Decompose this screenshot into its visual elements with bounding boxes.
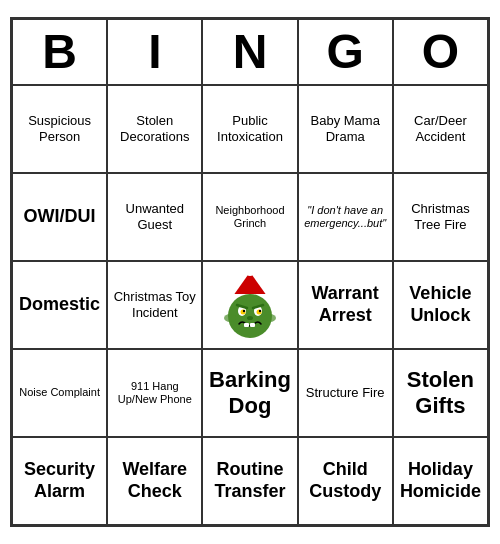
cell-3-5: Vehicle Unlock xyxy=(393,261,488,349)
cell-text: Warrant Arrest xyxy=(303,283,388,326)
cell-text: Baby Mama Drama xyxy=(303,113,388,144)
cell-2-1: OWI/DUI xyxy=(12,173,107,261)
cell-4-5: Stolen Gifts xyxy=(393,349,488,437)
grinch-image xyxy=(213,268,287,342)
bingo-grid: Suspicious Person Stolen Decorations Pub… xyxy=(12,85,488,525)
cell-5-1: Security Alarm xyxy=(12,437,107,525)
cell-text: Christmas Tree Fire xyxy=(398,201,483,232)
cell-4-4: Structure Fire xyxy=(298,349,393,437)
cell-2-2: Unwanted Guest xyxy=(107,173,202,261)
header-i: I xyxy=(107,19,202,85)
header-n: N xyxy=(202,19,297,85)
header-g: G xyxy=(298,19,393,85)
cell-1-2: Stolen Decorations xyxy=(107,85,202,173)
cell-text: 911 Hang Up/New Phone xyxy=(112,380,197,406)
cell-5-5: Holiday Homicide xyxy=(393,437,488,525)
cell-1-4: Baby Mama Drama xyxy=(298,85,393,173)
svg-point-2 xyxy=(246,268,254,276)
cell-text: Public Intoxication xyxy=(207,113,292,144)
cell-text: OWI/DUI xyxy=(24,206,96,228)
svg-point-9 xyxy=(259,310,261,312)
cell-2-3: Neighborhood Grinch xyxy=(202,173,297,261)
cell-text: Welfare Check xyxy=(112,459,197,502)
cell-5-4: Child Custody xyxy=(298,437,393,525)
cell-text: Holiday Homicide xyxy=(398,459,483,502)
cell-text: Child Custody xyxy=(303,459,388,502)
cell-text: Vehicle Unlock xyxy=(398,283,483,326)
cell-3-2: Christmas Toy Incident xyxy=(107,261,202,349)
cell-2-4: "I don't have an emergency...but" xyxy=(298,173,393,261)
cell-text: Christmas Toy Incident xyxy=(112,289,197,320)
cell-text: Car/Deer Accident xyxy=(398,113,483,144)
svg-point-10 xyxy=(247,316,253,320)
cell-1-3: Public Intoxication xyxy=(202,85,297,173)
cell-1-5: Car/Deer Accident xyxy=(393,85,488,173)
cell-5-2: Welfare Check xyxy=(107,437,202,525)
cell-3-1: Domestic xyxy=(12,261,107,349)
cell-text: Noise Complaint xyxy=(19,386,100,399)
cell-text: Stolen Gifts xyxy=(398,367,483,420)
svg-rect-12 xyxy=(250,323,255,327)
cell-text: Stolen Decorations xyxy=(112,113,197,144)
header-b: B xyxy=(12,19,107,85)
cell-4-1: Noise Complaint xyxy=(12,349,107,437)
svg-rect-11 xyxy=(244,323,249,327)
cell-text: Security Alarm xyxy=(17,459,102,502)
cell-3-3 xyxy=(202,261,297,349)
cell-5-3: Routine Transfer xyxy=(202,437,297,525)
cell-text: Domestic xyxy=(19,294,100,316)
cell-text: Unwanted Guest xyxy=(112,201,197,232)
cell-2-5: Christmas Tree Fire xyxy=(393,173,488,261)
cell-text: Suspicious Person xyxy=(17,113,102,144)
cell-4-3: Barking Dog xyxy=(202,349,297,437)
bingo-card: B I N G O Suspicious Person Stolen Decor… xyxy=(10,17,490,527)
cell-3-4: Warrant Arrest xyxy=(298,261,393,349)
cell-text: Routine Transfer xyxy=(207,459,292,502)
cell-text: Barking Dog xyxy=(207,367,292,420)
cell-text: Structure Fire xyxy=(306,385,385,401)
cell-4-2: 911 Hang Up/New Phone xyxy=(107,349,202,437)
svg-point-13 xyxy=(224,314,236,322)
bingo-header: B I N G O xyxy=(12,19,488,85)
header-o: O xyxy=(393,19,488,85)
cell-1-1: Suspicious Person xyxy=(12,85,107,173)
cell-text: "I don't have an emergency...but" xyxy=(303,204,388,230)
svg-point-14 xyxy=(264,314,276,322)
cell-text: Neighborhood Grinch xyxy=(207,204,292,230)
svg-point-8 xyxy=(243,310,245,312)
